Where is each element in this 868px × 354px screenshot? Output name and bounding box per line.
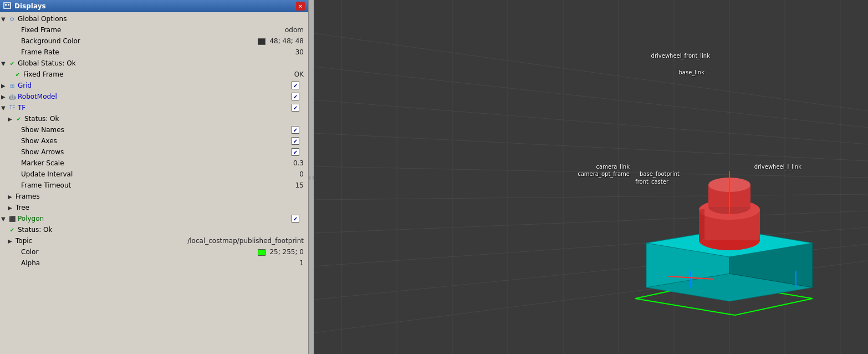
tree-row[interactable]: Frame Timeout 15 bbox=[0, 180, 308, 191]
frame-rate-value: 30 bbox=[295, 48, 308, 56]
row-label: Topic bbox=[14, 237, 187, 245]
tree-row[interactable]: Frame Rate 30 bbox=[0, 47, 308, 58]
arrow-icon: ▶ bbox=[8, 116, 14, 122]
check-icon: ✔ bbox=[8, 227, 17, 233]
arrow-icon: ▼ bbox=[1, 60, 8, 67]
tree-row[interactable]: ▶ ⊞ Grid ✔ bbox=[0, 80, 308, 91]
frame-label-base-link: base_link bbox=[678, 69, 704, 75]
frame-label-camera-opt: camera_opt_frame bbox=[578, 171, 630, 177]
row-value: 0.3 bbox=[293, 159, 308, 167]
row-label: Show Arrows bbox=[20, 148, 292, 156]
checkbox[interactable]: ✔ bbox=[292, 93, 299, 100]
panel-titlebar: Displays ✕ bbox=[0, 0, 308, 12]
row-value: ✔ bbox=[292, 93, 308, 100]
checkbox[interactable]: ✔ bbox=[292, 104, 299, 112]
tree-row[interactable]: ▶ ✔ Status: Ok bbox=[0, 113, 308, 124]
row-label: Update Interval bbox=[20, 170, 299, 178]
polygon-icon: ⬛ bbox=[8, 216, 17, 222]
check-icon: ✔ bbox=[14, 116, 23, 122]
checkbox[interactable]: ✔ bbox=[292, 82, 299, 89]
frame-label-camera-link: camera_link bbox=[596, 164, 630, 170]
row-value: ✔ bbox=[292, 126, 308, 134]
row-label: Frame Timeout bbox=[20, 181, 295, 189]
arrow-icon: ▶ bbox=[8, 238, 14, 244]
tree-row[interactable]: Color 25; 255; 0 bbox=[0, 246, 308, 257]
svg-rect-2 bbox=[8, 4, 9, 6]
row-label: Fixed Frame bbox=[22, 70, 294, 78]
color-swatch bbox=[258, 249, 265, 256]
row-label: Fixed Frame bbox=[20, 26, 285, 34]
checkbox[interactable]: ✔ bbox=[292, 126, 299, 134]
tree-row[interactable]: ▼ ⬛ Polygon ✔ bbox=[0, 213, 308, 224]
tree-row[interactable]: ▶ Topic /local_costmap/published_footpri… bbox=[0, 235, 308, 246]
frame-label-front-caster: front_caster bbox=[635, 179, 668, 185]
row-label: Grid bbox=[17, 82, 292, 89]
check-icon: ✔ bbox=[8, 60, 17, 67]
row-value: ✔ bbox=[292, 148, 308, 156]
arrow-icon: ▶ bbox=[1, 83, 8, 89]
row-value: 15 bbox=[295, 181, 308, 189]
row-label: Global Options bbox=[17, 15, 308, 23]
tree-row[interactable]: ✔ Status: Ok bbox=[0, 224, 308, 235]
row-label: Global Status: Ok bbox=[17, 59, 308, 67]
svg-marker-31 bbox=[699, 209, 704, 240]
row-label: Status: Ok bbox=[23, 115, 308, 123]
color-swatch bbox=[258, 38, 265, 45]
robot-icon: 🤖 bbox=[8, 94, 17, 100]
row-value: odom bbox=[285, 26, 308, 34]
tree-row[interactable]: ▼ ⚙ Global Options bbox=[0, 13, 308, 24]
row-label: Tree bbox=[14, 204, 308, 211]
tree-row[interactable]: ✔ Fixed Frame OK bbox=[0, 69, 308, 80]
tree-row[interactable]: ▼ TF TF ✔ bbox=[0, 102, 308, 113]
tree-row[interactable]: ▶ 🤖 RobotModel ✔ bbox=[0, 91, 308, 102]
check-icon: ✔ bbox=[13, 72, 22, 78]
row-label: RobotModel bbox=[17, 93, 292, 100]
arrow-icon: ▼ bbox=[1, 105, 8, 111]
frame-rate-label: Frame Rate bbox=[20, 48, 295, 56]
tree-row[interactable]: Marker Scale 0.3 bbox=[0, 158, 308, 169]
tree-row[interactable]: Alpha 1 bbox=[0, 257, 308, 269]
arrow-icon: ▶ bbox=[8, 194, 14, 200]
row-label: Background Color bbox=[20, 37, 258, 45]
tree-row[interactable]: ▶ Frames bbox=[0, 191, 308, 202]
tree-row[interactable]: Show Names ✔ bbox=[0, 124, 308, 135]
tree-row[interactable]: Show Axes ✔ bbox=[0, 135, 308, 146]
tree-row[interactable]: Background Color 48; 48; 48 bbox=[0, 36, 308, 47]
row-label: TF bbox=[17, 104, 292, 112]
arrow-icon: ▶ bbox=[8, 205, 14, 211]
displays-icon bbox=[3, 2, 11, 10]
close-button[interactable]: ✕ bbox=[296, 2, 305, 11]
arrow-icon: ▶ bbox=[1, 94, 8, 100]
3d-viewport[interactable]: drivewheel_front_link base_link camera_l… bbox=[314, 0, 868, 354]
tree-row[interactable]: Show Arrows ✔ bbox=[0, 146, 308, 158]
gear-icon: ⚙ bbox=[8, 16, 17, 22]
row-value: 25; 255; 0 bbox=[258, 248, 308, 256]
svg-rect-0 bbox=[4, 3, 11, 8]
row-value: 1 bbox=[299, 259, 308, 267]
tree-row[interactable]: ▶ Tree bbox=[0, 202, 308, 213]
frame-label-drivewheel-front: drivewheel_front_link bbox=[651, 53, 710, 59]
row-value: 48; 48; 48 bbox=[258, 37, 308, 45]
row-value: OK bbox=[294, 70, 308, 78]
row-value: 0 bbox=[299, 170, 308, 178]
arrow-icon: ▼ bbox=[1, 216, 8, 222]
tree-row[interactable]: Update Interval 0 bbox=[0, 169, 308, 180]
row-label: Color bbox=[20, 248, 258, 256]
checkbox[interactable]: ✔ bbox=[292, 148, 299, 156]
grid-icon: ⊞ bbox=[8, 83, 17, 89]
checkbox[interactable]: ✔ bbox=[292, 137, 299, 145]
row-value: ✔ bbox=[292, 82, 308, 89]
row-label: Show Axes bbox=[20, 137, 292, 145]
row-value: ✔ bbox=[292, 137, 308, 145]
panel-title: Displays bbox=[14, 2, 46, 10]
displays-panel: Displays ✕ ▼ ⚙ Global Options Fixed Fram… bbox=[0, 0, 309, 354]
tree-row[interactable]: ▼ ✔ Global Status: Ok bbox=[0, 58, 308, 69]
tree-area[interactable]: ▼ ⚙ Global Options Fixed Frame odom Back… bbox=[0, 12, 308, 354]
row-label: Alpha bbox=[20, 259, 299, 267]
tree-row[interactable]: Fixed Frame odom bbox=[0, 24, 308, 36]
row-label: Status: Ok bbox=[17, 226, 308, 234]
panel-splitter[interactable]: ‹› bbox=[309, 0, 314, 354]
row-label: Frames bbox=[14, 193, 308, 200]
row-value: /local_costmap/published_footprint bbox=[187, 237, 308, 245]
checkbox[interactable]: ✔ bbox=[292, 215, 299, 222]
